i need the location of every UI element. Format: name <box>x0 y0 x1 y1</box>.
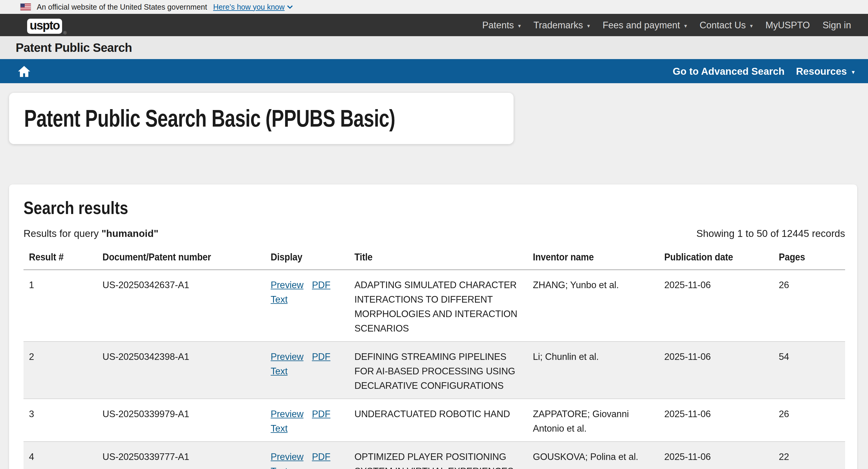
title-cell: UNDERACTUATED ROBOTIC HAND <box>354 399 533 442</box>
gov-banner: An official website of the United States… <box>0 0 868 14</box>
publication-date-cell: 2025-11-06 <box>664 270 779 342</box>
title-cell: OPTIMIZED PLAYER POSITIONING SYSTEM IN V… <box>354 442 533 469</box>
home-icon[interactable] <box>16 63 32 79</box>
display-cell: Preview PDF Text <box>271 342 354 399</box>
display-cell: Preview PDF Text <box>271 399 354 442</box>
preview-link[interactable]: Preview <box>271 450 304 464</box>
toolbar-links: Go to Advanced Search Resources ▾ <box>673 65 855 77</box>
resources-label: Resources <box>796 65 847 77</box>
nav-item-label: Contact Us <box>700 20 746 30</box>
results-table: Result # Document/Patent number Display … <box>24 249 845 469</box>
nav-item-label: Patents <box>482 20 514 30</box>
nav-item-label: Trademarks <box>533 20 583 30</box>
inventor-cell: Li; Chunlin et al. <box>533 342 664 399</box>
column-header-document-number: Document/Patent number <box>102 249 271 270</box>
heres-how-you-know-link[interactable]: Here’s how you know <box>213 3 293 11</box>
blue-toolbar: Go to Advanced Search Resources ▾ <box>0 59 868 83</box>
preview-link[interactable]: Preview <box>271 407 304 421</box>
nav-item-label: MyUSPTO <box>766 20 810 30</box>
results-query-term: "humanoid" <box>101 228 158 239</box>
nav-item-fees-and-payment[interactable]: Fees and payment▾ <box>602 20 687 30</box>
document-number-cell: US-20250342398-A1 <box>102 342 271 399</box>
document-number-cell: US-20250342637-A1 <box>102 270 271 342</box>
page-title-card: Patent Public Search Basic (PPUBS Basic) <box>9 93 514 144</box>
chevron-down-icon <box>287 5 293 9</box>
page-root: An official website of the United States… <box>0 0 868 469</box>
search-results-heading: Search results <box>24 198 714 218</box>
pages-cell: 54 <box>779 342 845 399</box>
text-link[interactable]: Text <box>271 292 287 307</box>
top-nav: uspto ® Patents▾Trademarks▾Fees and paym… <box>0 14 868 36</box>
preview-link[interactable]: Preview <box>271 350 304 364</box>
app-header: Patent Public Search <box>0 36 868 59</box>
table-row: 4 US-20250339777-A1 Preview PDF Text OPT… <box>24 442 845 469</box>
results-meta-line: Results for query "humanoid" Showing 1 t… <box>24 228 845 239</box>
preview-link[interactable]: Preview <box>271 278 304 292</box>
pdf-link[interactable]: PDF <box>312 278 330 292</box>
result-number-cell: 3 <box>24 399 102 442</box>
nav-item-sign-in[interactable]: Sign in <box>823 20 851 30</box>
home-icon-glyph <box>17 64 31 78</box>
results-count: Showing 1 to 50 of 12445 records <box>696 228 845 239</box>
nav-item-trademarks[interactable]: Trademarks▾ <box>533 20 590 30</box>
display-cell: Preview PDF Text <box>271 442 354 469</box>
gov-banner-text: An official website of the United States… <box>37 3 207 11</box>
app-title: Patent Public Search <box>16 41 132 55</box>
column-header-inventor-name: Inventor name <box>533 249 664 270</box>
inventor-cell: ZHANG; Yunbo et al. <box>533 270 664 342</box>
inventor-cell: ZAPPATORE; Giovanni Antonio et al. <box>533 399 664 442</box>
table-row: 3 US-20250339979-A1 Preview PDF Text UND… <box>24 399 845 442</box>
result-number-cell: 4 <box>24 442 102 469</box>
display-cell: Preview PDF Text <box>271 270 354 342</box>
pdf-link[interactable]: PDF <box>312 350 330 364</box>
results-query-line: Results for query "humanoid" <box>24 228 158 239</box>
chevron-down-icon: ▾ <box>750 22 753 29</box>
text-link[interactable]: Text <box>271 464 287 469</box>
column-header-publication-date: Publication date <box>664 249 779 270</box>
document-number-cell: US-20250339979-A1 <box>102 399 271 442</box>
publication-date-cell: 2025-11-06 <box>664 342 779 399</box>
pdf-link[interactable]: PDF <box>312 407 330 421</box>
result-number-cell: 2 <box>24 342 102 399</box>
chevron-down-icon: ▾ <box>684 22 687 29</box>
title-cell: ADAPTING SIMULATED CHARACTER INTERACTION… <box>354 270 533 342</box>
page-title: Patent Public Search Basic (PPUBS Basic) <box>24 105 395 132</box>
text-link[interactable]: Text <box>271 421 287 436</box>
nav-item-patents[interactable]: Patents▾ <box>482 20 521 30</box>
nav-item-label: Sign in <box>823 20 851 30</box>
registered-trademark-icon: ® <box>63 30 67 36</box>
column-header-result-number: Result # <box>24 249 102 270</box>
publication-date-cell: 2025-11-06 <box>664 399 779 442</box>
results-table-header: Result # Document/Patent number Display … <box>24 249 845 270</box>
pdf-link[interactable]: PDF <box>312 450 330 464</box>
nav-item-label: Fees and payment <box>602 20 680 30</box>
chevron-down-icon: ▾ <box>587 22 590 29</box>
uspto-logo[interactable]: uspto <box>27 19 62 33</box>
nav-item-contact-us[interactable]: Contact Us▾ <box>700 20 752 30</box>
document-number-cell: US-20250339777-A1 <box>102 442 271 469</box>
publication-date-cell: 2025-11-06 <box>664 442 779 469</box>
nav-menu: Patents▾Trademarks▾Fees and payment▾Cont… <box>482 20 851 30</box>
pages-cell: 26 <box>779 399 845 442</box>
results-table-body: 1 US-20250342637-A1 Preview PDF Text ADA… <box>24 270 845 469</box>
pages-cell: 22 <box>779 442 845 469</box>
table-row: 2 US-20250342398-A1 Preview PDF Text DEF… <box>24 342 845 399</box>
inventor-cell: GOUSKOVA; Polina et al. <box>533 442 664 469</box>
column-header-title: Title <box>354 249 533 270</box>
us-flag-icon <box>21 4 31 10</box>
text-link[interactable]: Text <box>271 364 287 379</box>
results-query-prefix: Results for query <box>24 228 101 239</box>
pages-cell: 26 <box>779 270 845 342</box>
title-cell: DEFINING STREAMING PIPELINES FOR AI-BASE… <box>354 342 533 399</box>
uspto-logo-text: uspto <box>30 19 60 33</box>
nav-item-myuspto[interactable]: MyUSPTO <box>766 20 810 30</box>
go-to-advanced-search-link[interactable]: Go to Advanced Search <box>673 65 784 77</box>
chevron-down-icon: ▾ <box>518 22 521 29</box>
resources-menu[interactable]: Resources ▾ <box>796 65 855 77</box>
result-number-cell: 1 <box>24 270 102 342</box>
column-header-pages: Pages <box>779 249 845 270</box>
heres-how-you-know-label: Here’s how you know <box>213 3 284 11</box>
chevron-down-icon: ▾ <box>852 67 855 75</box>
table-row: 1 US-20250342637-A1 Preview PDF Text ADA… <box>24 270 845 342</box>
search-results-card: Search results Results for query "humano… <box>9 184 857 469</box>
